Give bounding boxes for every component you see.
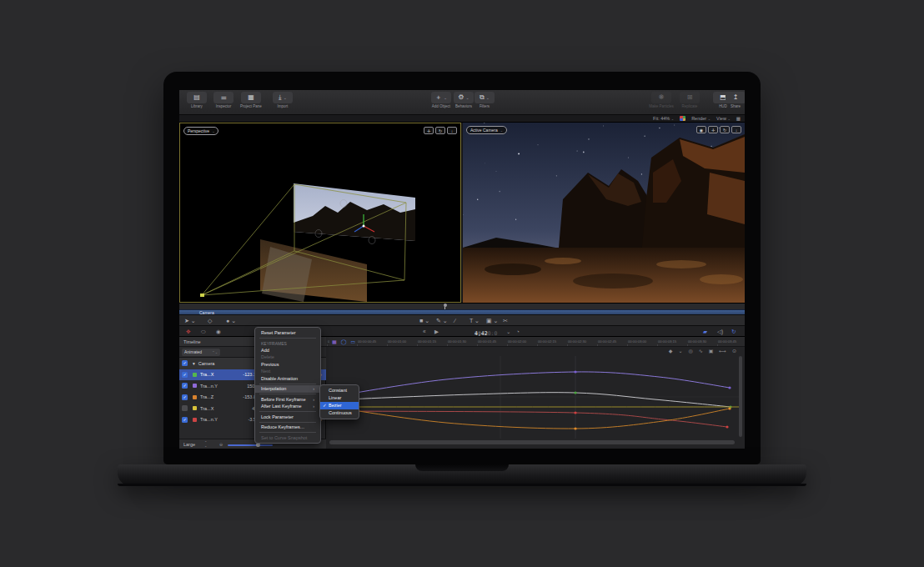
zoom-slider[interactable] bbox=[228, 444, 273, 446]
camera-view-dropdown[interactable]: Active Camera⌄ bbox=[466, 126, 507, 134]
ruler-tick-mark bbox=[357, 344, 358, 347]
fit-curve-icon[interactable]: ∿ bbox=[699, 348, 703, 354]
parameter-label: Tra...n.Y bbox=[200, 384, 228, 389]
shape-tool-icon[interactable]: ■ ⌄ bbox=[419, 317, 429, 324]
submenu-item-continuous[interactable]: Continuous bbox=[320, 409, 359, 417]
library-button[interactable]: ▤Library bbox=[183, 92, 211, 108]
keyframe-point[interactable] bbox=[574, 427, 576, 429]
shape-tool-icon[interactable]: ∕ bbox=[454, 317, 455, 324]
shape-tool-icon[interactable]: T ⌄ bbox=[470, 317, 480, 324]
viewport-perspective[interactable]: Perspective⌄ ✛↻↓ bbox=[179, 123, 461, 303]
tool-icon[interactable]: ● ⌄ bbox=[226, 317, 236, 324]
menu-item-previous[interactable]: Previous bbox=[255, 361, 320, 369]
keyframe-point[interactable] bbox=[726, 425, 728, 428]
loop-playback-icon[interactable]: ↻ bbox=[731, 328, 736, 335]
menu-item-disable-animation[interactable]: Disable Animation bbox=[255, 375, 320, 383]
menu-item-reset-parameter[interactable]: Reset Parameter bbox=[255, 329, 320, 337]
view-toggle-icon[interactable]: ▦ bbox=[332, 339, 337, 344]
audio-mute-icon[interactable]: ◁) bbox=[717, 328, 723, 335]
ruler-tick-label: 00:00:02;30 bbox=[568, 339, 586, 344]
curve-white[interactable] bbox=[326, 393, 731, 407]
layout-icon[interactable]: ▦ bbox=[736, 116, 741, 121]
shape-tool-icon[interactable]: ✎ ⌄ bbox=[436, 317, 448, 324]
timeline-scroll-strip[interactable] bbox=[179, 304, 745, 309]
keyframe-point[interactable] bbox=[728, 386, 731, 389]
menu-item-lock-parameter[interactable]: Lock Parameter bbox=[255, 414, 320, 421]
chevron-down-icon[interactable]: ⌄ bbox=[678, 348, 682, 354]
animation-curves[interactable] bbox=[326, 356, 739, 439]
keyframe-point[interactable] bbox=[574, 391, 576, 394]
import-button[interactable]: ⤓ ⌄Import bbox=[269, 92, 297, 108]
submenu-item-linear[interactable]: Linear bbox=[320, 394, 359, 402]
clock-icon[interactable]: ◔ bbox=[516, 328, 520, 335]
project-pane-button[interactable]: ▦Project Pane bbox=[237, 92, 265, 108]
timecode-dropdown-icon[interactable]: ⌄ bbox=[506, 328, 510, 335]
keyframe-point[interactable] bbox=[574, 370, 576, 373]
row-size-popup[interactable]: Large bbox=[183, 442, 195, 447]
activation-checkbox[interactable]: ✓ bbox=[182, 394, 188, 400]
viewport-button-icon[interactable]: ✛ bbox=[424, 127, 434, 134]
viewport-button-icon[interactable]: ↻ bbox=[720, 126, 730, 133]
share-button[interactable]: ↥Share bbox=[721, 92, 745, 108]
render-menu[interactable]: Render ⌄ bbox=[691, 116, 711, 121]
shape-tool-icon[interactable]: ▣ ⌄ bbox=[486, 317, 498, 324]
fit-width-icon[interactable]: ⟷ bbox=[719, 348, 726, 354]
shape-tool-icon[interactable]: ✂ bbox=[503, 317, 508, 324]
activation-checkbox[interactable]: ✓ bbox=[182, 372, 188, 378]
viewport-button-icon[interactable]: ◉ bbox=[696, 126, 706, 133]
curve-red[interactable] bbox=[326, 411, 727, 427]
tool-icon[interactable]: ➤ ⌄ bbox=[184, 317, 196, 324]
view-menu[interactable]: View ⌄ bbox=[716, 116, 731, 121]
activation-checkbox[interactable]: ✓ bbox=[182, 360, 188, 366]
disclosure-triangle-icon[interactable]: ▾ bbox=[193, 361, 195, 366]
menu-item-add[interactable]: Add bbox=[255, 347, 320, 354]
play-button[interactable]: ▶ bbox=[434, 328, 439, 335]
keyframe-point[interactable] bbox=[728, 407, 731, 409]
camera-view-dropdown[interactable]: Perspective⌄ bbox=[183, 127, 218, 135]
vertical-scrollbar[interactable] bbox=[739, 356, 742, 437]
region-icon[interactable]: ▰ bbox=[703, 328, 707, 335]
group-label: Camera bbox=[198, 361, 215, 366]
curve-purple[interactable] bbox=[326, 372, 730, 398]
activation-checkbox[interactable]: ✓ bbox=[182, 383, 188, 389]
channels-swatch-icon[interactable] bbox=[680, 116, 685, 121]
viewport-button-icon[interactable]: ✛ bbox=[708, 126, 718, 133]
viewport-button-icon[interactable]: ↓ bbox=[731, 126, 741, 133]
time-ruler[interactable]: 00:00:00;3000:00:00;4500:00:01;0000:00:0… bbox=[326, 337, 745, 347]
lasso-icon[interactable]: ⬭ bbox=[201, 328, 206, 335]
keyframe-point[interactable] bbox=[574, 411, 576, 414]
playhead[interactable] bbox=[444, 304, 445, 309]
submenu-item-constant[interactable]: Constant bbox=[320, 387, 359, 394]
snap-icon[interactable]: ◎ bbox=[688, 348, 692, 354]
viewport-button-icon[interactable]: ↻ bbox=[435, 127, 445, 134]
menu-item-reduce-keyframes[interactable]: Reduce Keyframes… bbox=[255, 424, 320, 431]
show-keyframes-icon[interactable]: ✥ bbox=[186, 328, 190, 335]
previous-frame-button[interactable]: « bbox=[423, 328, 426, 335]
ruler-tick-label: 00:00:01;00 bbox=[388, 339, 406, 344]
filters-button[interactable]: ⧉ ⌄Filters bbox=[470, 92, 499, 108]
view-toggle-icon[interactable]: ▭ bbox=[350, 339, 355, 344]
activation-checkbox[interactable]: ✓ bbox=[182, 405, 188, 411]
add-keyframe-icon[interactable]: ◆ bbox=[669, 348, 673, 354]
zoom-out-icon[interactable]: ⊖ bbox=[219, 442, 223, 447]
curve-snapshot-icon[interactable]: ▣ bbox=[709, 348, 714, 354]
curve-orange[interactable] bbox=[326, 406, 730, 429]
activation-checkbox[interactable]: ✓ bbox=[182, 417, 188, 423]
menu-item-after-last-keyframe[interactable]: After Last Keyframe› bbox=[255, 403, 320, 410]
animated-popup[interactable]: Animated ⌃⌄ bbox=[182, 349, 220, 356]
fit-zoom-control[interactable]: Fit: 44% ⌄ bbox=[653, 116, 674, 121]
view-toggle-icon[interactable]: ◯ bbox=[341, 339, 347, 344]
submenu-item-bezier[interactable]: ✓Bezier bbox=[320, 402, 359, 409]
inspector-button[interactable]: ⚌Inspector bbox=[209, 92, 238, 108]
viewport-active-camera[interactable]: Active Camera⌄ ◉✛↻↓ bbox=[463, 123, 745, 303]
viewport-button-icon[interactable]: ↓ bbox=[447, 127, 457, 134]
stepper-icon[interactable]: ⌃⌄ bbox=[204, 441, 207, 448]
menu-item-before-first-keyframe[interactable]: Before First Keyframe› bbox=[255, 396, 320, 404]
zoom-icon[interactable]: ⊙ bbox=[732, 348, 736, 354]
menu-item-interpolation[interactable]: Interpolation› bbox=[255, 385, 320, 393]
horizontal-scrollbar[interactable] bbox=[329, 440, 735, 444]
record-keyframes-icon[interactable]: ◉ bbox=[216, 328, 221, 335]
ruler-tick-label: 00:00:02;15 bbox=[538, 339, 556, 344]
tool-icon[interactable]: ◇ bbox=[208, 317, 212, 324]
ruler-tick-label: 00:00:03;15 bbox=[658, 339, 676, 344]
